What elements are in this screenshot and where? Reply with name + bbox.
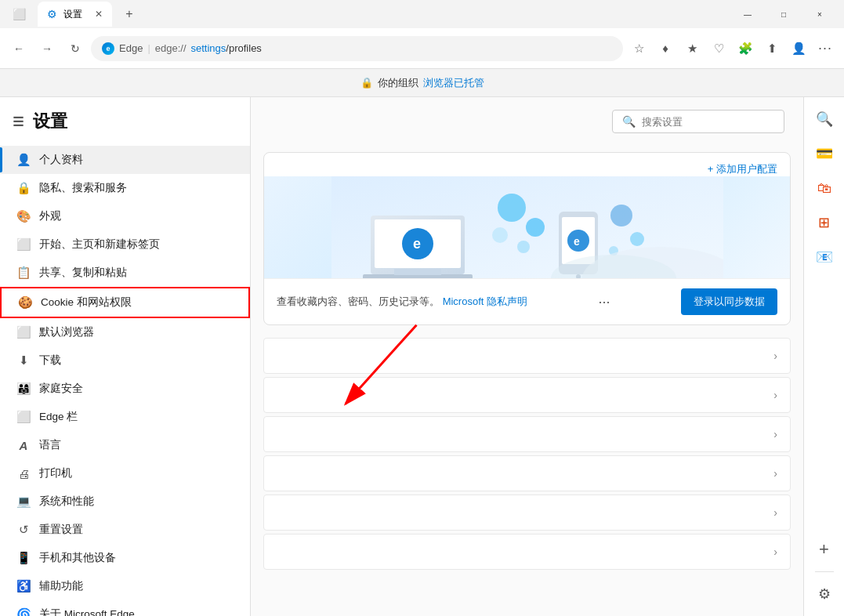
chevron-icon: ›	[773, 428, 777, 440]
sidebar-item-label: 重置设置	[39, 523, 83, 537]
sidebar-item-mobile[interactable]: 📱 手机和其他设备	[0, 544, 250, 572]
forward-button[interactable]: →	[34, 36, 60, 61]
sidebar-shopping-button[interactable]: 🛍	[809, 172, 840, 204]
collections-button[interactable]: ♡	[706, 36, 731, 61]
svg-point-9	[498, 194, 526, 222]
read-aloud-button[interactable]: ♦	[653, 36, 678, 61]
list-item[interactable]: ›	[263, 534, 791, 570]
chevron-icon: ›	[773, 545, 777, 558]
back-button[interactable]: ←	[6, 36, 31, 61]
svg-text:e: e	[574, 235, 580, 248]
sidebar-item-cookies[interactable]: 🍪 Cookie 和网站权限	[0, 287, 250, 318]
add-profile-label: + 添加用户配置	[708, 162, 777, 176]
address-bar-input[interactable]: e Edge | edge://搜索设置settings/profiles	[91, 36, 623, 61]
sidebar-item-label: 隐私、搜索和服务	[39, 181, 127, 195]
sidebar-item-language[interactable]: A 语言	[0, 431, 250, 459]
list-item[interactable]: ›	[263, 416, 791, 452]
sidebar-item-label: 辅助功能	[39, 579, 83, 593]
favorites-button[interactable]: ★	[679, 36, 705, 61]
sidebar-item-label: 手机和其他设备	[39, 551, 116, 565]
profile-banner: e e	[264, 176, 790, 278]
menu-button[interactable]: ···	[813, 36, 838, 61]
sidebar-item-profiles[interactable]: 👤 个人资料	[0, 146, 250, 174]
sidebar-item-label: 共享、复制和粘贴	[39, 266, 127, 280]
family-icon: 👨‍👩‍👧	[16, 382, 31, 396]
sidebar-add-button[interactable]: +	[809, 534, 840, 565]
titlebar: ⬜ ⚙ 设置 ✕ + — □ ×	[0, 0, 844, 28]
toolbar-icons: ☆ ♦ ★ ♡ 🧩 ⬆ 👤 ···	[626, 36, 838, 61]
chevron-icon: ›	[773, 350, 777, 362]
sidebar-outlook-button[interactable]: 📧	[809, 241, 840, 273]
new-tab-button[interactable]: +	[118, 3, 140, 25]
privacy-icon: 🔒	[16, 181, 31, 195]
sidebar: ☰ 设置 👤 个人资料 🔒 隐私、搜索和服务 🎨 外观 ⬜ 开始、主页和新建标签…	[0, 97, 251, 616]
address-edge-label: Edge	[119, 42, 143, 54]
sidebar-title: 设置	[33, 110, 67, 133]
svg-point-19	[630, 232, 644, 246]
list-item[interactable]: ›	[263, 377, 791, 413]
sidebar-item-label: 语言	[39, 438, 61, 452]
sidebar-item-label: 下载	[39, 353, 61, 368]
add-to-favorites-button[interactable]: ☆	[626, 36, 651, 61]
signin-button[interactable]: 登录以同步数据	[681, 288, 777, 315]
banner-link[interactable]: 浏览器已托管	[423, 76, 484, 90]
reset-icon: ↺	[16, 523, 31, 537]
sidebar-gear-button[interactable]: ⚙	[809, 578, 840, 610]
svg-point-10	[526, 218, 545, 237]
sidebar-item-system[interactable]: 💻 系统和性能	[0, 487, 250, 516]
download-icon: ⬇	[16, 353, 31, 368]
close-button[interactable]: ×	[802, 0, 838, 28]
sidebar-item-printer[interactable]: 🖨 打印机	[0, 459, 250, 487]
search-box[interactable]: 🔍	[612, 110, 784, 133]
list-item[interactable]: ›	[263, 495, 791, 531]
share-button[interactable]: ⬆	[759, 36, 784, 61]
sidebar-item-default[interactable]: ⬜ 默认浏览器	[0, 318, 250, 346]
sidebar-item-label: 开始、主页和新建标签页	[39, 237, 160, 252]
sidebar-item-family[interactable]: 👨‍👩‍👧 家庭安全	[0, 375, 250, 403]
svg-point-11	[517, 241, 530, 253]
profile-button[interactable]: 👤	[786, 36, 811, 61]
default-icon: ⬜	[16, 325, 31, 339]
tab-close-icon[interactable]: ✕	[95, 9, 103, 20]
search-icon: 🔍	[622, 115, 636, 128]
sidebar-item-accessibility[interactable]: ♿ 辅助功能	[0, 572, 250, 600]
sidebar-item-start[interactable]: ⬜ 开始、主页和新建标签页	[0, 230, 250, 259]
sidebar-item-about[interactable]: 🌀 关于 Microsoft Edge	[0, 600, 250, 616]
search-input[interactable]	[642, 116, 774, 128]
sidebar-item-edgebar[interactable]: ⬜ Edge 栏	[0, 403, 250, 431]
settings-header: 🔍	[251, 97, 803, 146]
window-controls: — □ ×	[730, 0, 838, 28]
sidebar-office-button[interactable]: ⊞	[809, 207, 840, 238]
chevron-icon: ›	[773, 506, 777, 519]
sidebar-separator	[815, 571, 834, 572]
hamburger-button[interactable]: ☰	[13, 114, 24, 129]
sidebar-item-appearance[interactable]: 🎨 外观	[0, 202, 250, 230]
extensions-button[interactable]: 🧩	[733, 36, 758, 61]
sidebar-item-download[interactable]: ⬇ 下载	[0, 346, 250, 375]
accessibility-icon: ♿	[16, 579, 31, 593]
main-layout: ☰ 设置 👤 个人资料 🔒 隐私、搜索和服务 🎨 外观 ⬜ 开始、主页和新建标签…	[0, 97, 844, 616]
sidebar-search-button[interactable]: 🔍	[809, 103, 840, 135]
more-options-button[interactable]: ···	[592, 294, 616, 310]
right-sidebar: 🔍 💳 🛍 ⊞ 📧 + ⚙	[803, 97, 844, 616]
sidebar-item-share[interactable]: 📋 共享、复制和粘贴	[0, 259, 250, 287]
add-profile-button[interactable]: + 添加用户配置	[708, 162, 777, 176]
banner-text: 你的组织	[378, 76, 418, 90]
address-separator: |	[147, 42, 150, 54]
svg-rect-8	[394, 269, 441, 275]
profiles-icon: 👤	[16, 153, 31, 167]
refresh-button[interactable]: ↻	[63, 36, 88, 61]
sidebar-wallet-button[interactable]: 💳	[809, 138, 840, 169]
sidebar-item-label: 个人资料	[39, 153, 83, 167]
right-panel: 🔍 + 添加用户配置	[251, 97, 803, 616]
chevron-icon: ›	[773, 467, 777, 480]
privacy-link[interactable]: Microsoft 隐私声明	[443, 295, 527, 307]
cookies-icon: 🍪	[17, 295, 33, 310]
list-item[interactable]: ›	[263, 455, 791, 491]
sidebar-item-reset[interactable]: ↺ 重置设置	[0, 516, 250, 544]
sidebar-item-privacy[interactable]: 🔒 隐私、搜索和服务	[0, 174, 250, 202]
list-item[interactable]: ›	[263, 338, 791, 374]
browser-tab[interactable]: ⚙ 设置 ✕	[38, 2, 112, 27]
minimize-button[interactable]: —	[730, 0, 766, 28]
maximize-button[interactable]: □	[766, 0, 802, 28]
